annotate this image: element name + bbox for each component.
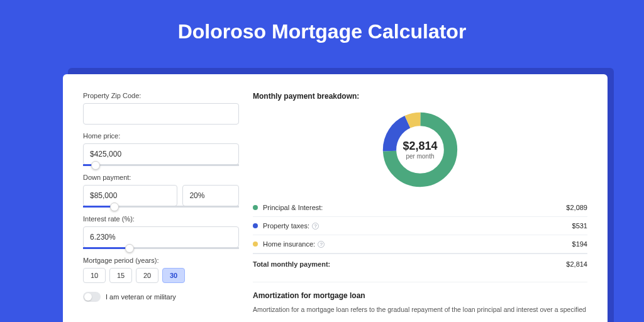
legend-label: Property taxes: ? <box>263 222 572 230</box>
down-payment-pct-input[interactable] <box>182 185 239 206</box>
legend-value: $194 <box>572 240 587 248</box>
legend-row-taxes: Property taxes: ? $531 <box>253 217 587 235</box>
amort-title: Amortization for mortgage loan <box>253 291 587 300</box>
veteran-row: I am veteran or military <box>83 292 239 302</box>
down-payment-input[interactable] <box>83 185 177 206</box>
amort-text: Amortization for a mortgage loan refers … <box>253 305 587 314</box>
amortization-section: Amortization for mortgage loan Amortizat… <box>253 282 587 314</box>
legend-dot-icon <box>253 205 258 210</box>
period-btn-20[interactable]: 20 <box>136 268 158 283</box>
legend-value: $531 <box>572 222 587 230</box>
field-zip: Property Zip Code: <box>83 92 239 125</box>
veteran-toggle[interactable] <box>83 292 101 302</box>
toggle-dot <box>84 293 92 301</box>
legend-row-insurance: Home insurance: ? $194 <box>253 235 587 253</box>
period-btn-15[interactable]: 15 <box>109 268 132 283</box>
home-price-slider[interactable] <box>83 164 239 166</box>
legend-label: Principal & Interest: <box>263 204 566 211</box>
form-column: Property Zip Code: Home price: Down paym… <box>83 92 239 322</box>
legend-label: Home insurance: ? <box>263 240 572 248</box>
slider-thumb[interactable] <box>125 244 134 253</box>
donut-chart: $2,814 per month <box>380 109 460 190</box>
zip-input[interactable] <box>83 103 239 125</box>
interest-slider[interactable] <box>83 247 239 249</box>
help-icon[interactable]: ? <box>312 223 319 230</box>
help-icon[interactable]: ? <box>318 241 325 248</box>
veteran-label: I am veteran or military <box>106 293 176 301</box>
page-title: Doloroso Mortgage Calculator <box>0 0 644 57</box>
donut-value: $2,814 <box>402 140 437 153</box>
breakdown-column: Monthly payment breakdown: $2,814 per mo… <box>253 92 587 322</box>
donut-center: $2,814 per month <box>380 109 460 190</box>
breakdown-title: Monthly payment breakdown: <box>253 92 587 101</box>
legend-dot-icon <box>253 223 258 228</box>
field-period: Mortgage period (years): 10 15 20 30 <box>83 257 239 283</box>
period-buttons: 10 15 20 30 <box>83 268 239 283</box>
field-down-payment: Down payment: <box>83 174 239 208</box>
total-value: $2,814 <box>566 260 587 268</box>
calculator-card: Property Zip Code: Home price: Down paym… <box>63 74 608 322</box>
legend-dot-icon <box>253 242 258 247</box>
field-interest: Interest rate (%): <box>83 215 239 249</box>
zip-label: Property Zip Code: <box>83 92 239 99</box>
period-label: Mortgage period (years): <box>83 257 239 264</box>
down-payment-label: Down payment: <box>83 174 239 181</box>
legend-row-principal: Principal & Interest: $2,089 <box>253 199 587 217</box>
interest-input[interactable] <box>83 226 239 248</box>
slider-thumb[interactable] <box>110 203 119 211</box>
legend-value: $2,089 <box>566 204 587 211</box>
home-price-label: Home price: <box>83 132 239 140</box>
interest-label: Interest rate (%): <box>83 215 239 223</box>
donut-sub: per month <box>406 153 434 160</box>
period-btn-10[interactable]: 10 <box>83 268 106 283</box>
slider-thumb[interactable] <box>91 161 100 170</box>
chart-wrap: $2,814 per month <box>253 107 587 199</box>
field-home-price: Home price: <box>83 132 239 166</box>
home-price-input[interactable] <box>83 143 239 165</box>
down-payment-slider[interactable] <box>83 206 239 208</box>
total-label: Total monthly payment: <box>253 260 566 268</box>
period-btn-30[interactable]: 30 <box>162 268 185 283</box>
total-row: Total monthly payment: $2,814 <box>253 253 587 273</box>
